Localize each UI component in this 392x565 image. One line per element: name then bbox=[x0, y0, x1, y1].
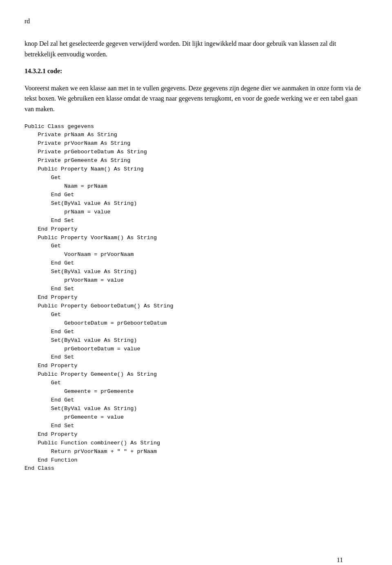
code-block: Public Class gegevens Private prNaam As … bbox=[24, 123, 368, 473]
page-header: rd bbox=[24, 16, 368, 26]
section-heading: 14.3.2.1 code: bbox=[24, 66, 368, 76]
prose-section: knop Del zal het geselecteerde gegeven v… bbox=[24, 38, 368, 114]
header-text: rd bbox=[24, 18, 30, 25]
paragraph-1: knop Del zal het geselecteerde gegeven v… bbox=[24, 38, 368, 59]
page-number: 11 bbox=[337, 555, 343, 565]
page-wrapper: rd knop Del zal het geselecteerde gegeve… bbox=[24, 16, 368, 565]
paragraph-2: Vooreerst maken we een klasse aan met in… bbox=[24, 83, 368, 114]
